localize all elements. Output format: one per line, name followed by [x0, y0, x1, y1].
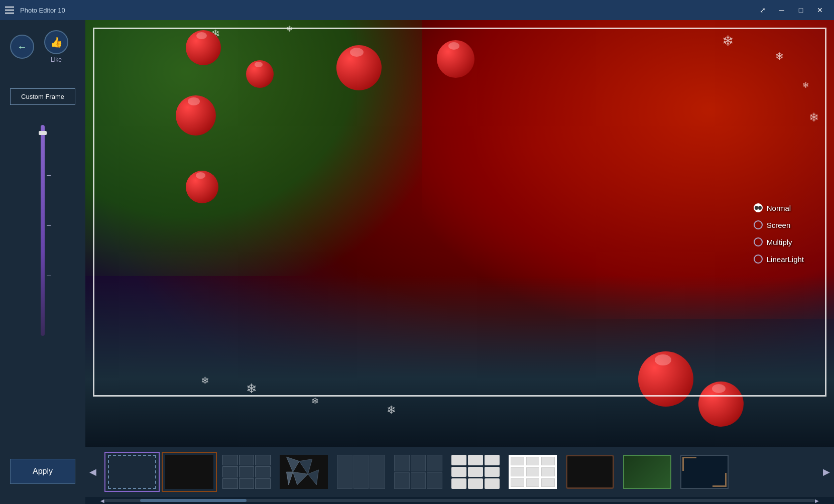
sidebar: ← 👍 Like Custom Frame Apply: [0, 20, 85, 504]
thumbnail-9[interactable]: [562, 452, 618, 492]
back-icon: ←: [17, 41, 27, 53]
minimize-button[interactable]: ─: [773, 3, 791, 18]
g1: [222, 455, 237, 465]
p8: [468, 478, 483, 489]
blend-radio-multiply[interactable]: [754, 237, 763, 246]
thumb-10-xmas: [623, 455, 671, 489]
thumb-9-content: [563, 453, 617, 491]
thumbnail-10[interactable]: [620, 452, 675, 492]
resize-button[interactable]: ⤢: [754, 3, 772, 18]
thumb-6-grid: [394, 455, 442, 489]
s1: [337, 455, 352, 489]
svg-marker-4: [287, 472, 293, 485]
p7: [451, 478, 466, 489]
thumb-6-content: [392, 453, 445, 491]
g9: [255, 478, 270, 489]
c2: [411, 455, 426, 471]
thumb-9-ornate: [566, 455, 614, 489]
w3: [541, 457, 554, 465]
menu-icon[interactable]: [5, 5, 15, 15]
thumbnail-4[interactable]: [276, 452, 331, 492]
thumbnail-8[interactable]: [505, 452, 560, 492]
blend-label-linearlight: LinearLight: [767, 255, 804, 264]
forest-floor: [85, 276, 834, 447]
svg-marker-0: [287, 457, 300, 472]
s2: [353, 455, 369, 489]
back-button[interactable]: ←: [10, 35, 34, 59]
scrollbar-thumb[interactable]: [140, 499, 247, 502]
s3: [370, 455, 385, 489]
g4: [222, 466, 237, 477]
thumb-2-dark: [165, 455, 213, 489]
thumb-5-content: [334, 453, 388, 491]
blend-option-multiply[interactable]: Multiply: [754, 237, 804, 246]
opacity-slider-container: [41, 125, 45, 341]
w6: [541, 467, 554, 476]
blend-radio-normal[interactable]: [754, 203, 763, 212]
w5: [526, 467, 539, 476]
slider-tick-3: [47, 276, 51, 276]
slider-track[interactable]: [41, 125, 45, 336]
w4: [511, 467, 524, 476]
blend-label-normal: Normal: [767, 204, 791, 212]
g7: [222, 478, 237, 489]
thumb-10-content: [621, 453, 674, 491]
p6: [485, 467, 500, 477]
thumb-4-content: [277, 453, 330, 491]
thumbnail-1[interactable]: [104, 452, 160, 492]
thumbnail-11[interactable]: [677, 452, 732, 492]
thumb-1-content: [105, 453, 159, 491]
blend-label-multiply: Multiply: [767, 238, 792, 246]
title-bar: Photo Editor 10 ⤢ ─ □ ✕: [0, 0, 834, 20]
scrollbar-left-arrow[interactable]: ◀: [100, 498, 104, 503]
scrollbar-track[interactable]: [104, 499, 815, 502]
g2: [239, 455, 254, 465]
thumbnail-5[interactable]: [333, 452, 389, 492]
c4: [394, 472, 409, 489]
blend-label-screen: Screen: [767, 221, 791, 229]
w7: [511, 478, 524, 487]
thumb-7-content: [449, 453, 502, 491]
g3: [255, 455, 270, 465]
like-button[interactable]: 👍: [44, 30, 68, 54]
scrollbar-right-arrow[interactable]: ▶: [815, 498, 819, 503]
w8: [526, 478, 539, 487]
close-button[interactable]: ✕: [811, 3, 829, 18]
thumbnail-3[interactable]: [219, 452, 274, 492]
app-body: ← 👍 Like Custom Frame Apply: [0, 20, 834, 504]
thumb-11-content: [678, 453, 731, 491]
apply-button[interactable]: Apply: [10, 459, 75, 484]
photo-display: ❄ ❄ ❄ ❄ ❄ ❄ ❄ ❄ ❄ ❄: [85, 20, 834, 447]
maximize-button[interactable]: □: [792, 3, 810, 18]
p3: [485, 455, 500, 465]
c3: [427, 455, 442, 471]
p4: [451, 467, 466, 477]
like-label: Like: [51, 56, 62, 63]
thumb-4-shatter: [280, 455, 327, 489]
blend-option-screen[interactable]: Screen: [754, 220, 804, 229]
p9: [485, 478, 500, 489]
slider-thumb[interactable]: [39, 131, 47, 135]
thumbnail-2[interactable]: [162, 452, 217, 492]
blend-radio-linearlight[interactable]: [754, 255, 763, 264]
w9: [541, 478, 554, 487]
scroll-right-button[interactable]: ▶: [819, 449, 834, 494]
blend-option-linearlight[interactable]: LinearLight: [754, 255, 804, 264]
thumb-7-puzzle: [451, 455, 499, 489]
slider-tick-2: [47, 225, 51, 226]
thumb-8-white-grid: [509, 455, 556, 489]
custom-frame-button[interactable]: Custom Frame: [10, 88, 75, 105]
shatter-svg: [280, 455, 327, 489]
scroll-left-button[interactable]: ◀: [85, 449, 100, 494]
blend-radio-screen[interactable]: [754, 220, 763, 229]
svg-marker-3: [308, 470, 319, 485]
g8: [239, 478, 254, 489]
window-controls: ⤢ ─ □ ✕: [754, 3, 829, 18]
p1: [451, 455, 466, 465]
blend-option-normal[interactable]: Normal: [754, 203, 804, 212]
thumbnail-6[interactable]: [391, 452, 446, 492]
w2: [526, 457, 539, 465]
like-group: 👍 Like: [44, 30, 68, 63]
thumbnail-7[interactable]: [448, 452, 503, 492]
thumb-5-strips: [337, 455, 385, 489]
